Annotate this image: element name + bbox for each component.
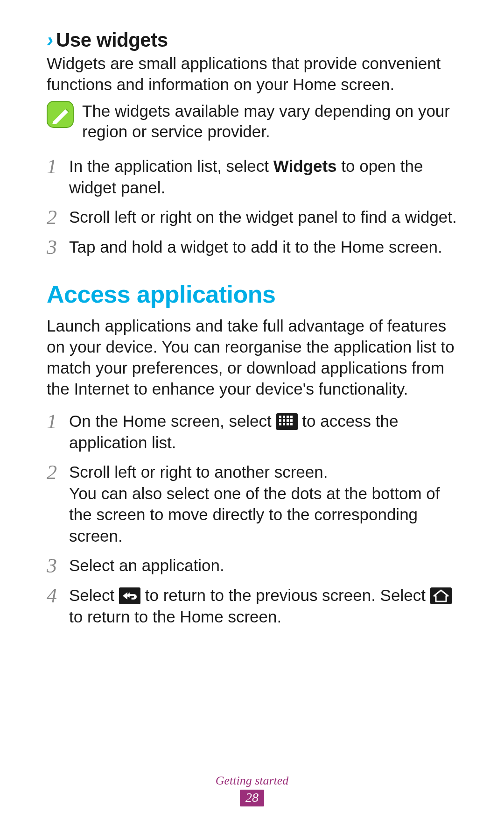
apps-intro-text: Launch applications and take full advant… [47, 316, 457, 399]
note-icon [47, 101, 74, 128]
apps-grid-icon [276, 413, 298, 430]
step-text: On the Home screen, select to access the… [69, 410, 457, 453]
widgets-intro-text: Widgets are small applications that prov… [47, 53, 457, 95]
step-item: 4 Select to return to the previous scree… [47, 585, 457, 627]
step-number: 3 [47, 555, 69, 576]
note-text: The widgets available may vary depending… [82, 101, 457, 143]
svg-rect-2 [279, 416, 281, 418]
step-text: Scroll left or right to another screen. … [69, 461, 457, 546]
step-number: 1 [47, 410, 69, 432]
step-item: 1 In the application list, select Widget… [47, 156, 457, 198]
text-segment: In the application list, select [69, 157, 273, 175]
svg-rect-11 [283, 423, 285, 425]
svg-rect-7 [283, 419, 285, 422]
text-segment: Select [69, 586, 119, 604]
section-title: Access applications [47, 280, 457, 308]
page-number: 28 [240, 790, 264, 806]
text-segment: to return to the previous screen. Select [140, 586, 430, 604]
step-item: 3 Select an application. [47, 555, 457, 576]
step-item: 2 Scroll left or right on the widget pan… [47, 206, 457, 228]
step-item: 2 Scroll left or right to another screen… [47, 461, 457, 546]
svg-rect-9 [290, 419, 293, 422]
steps-use-widgets: 1 In the application list, select Widget… [47, 156, 457, 258]
text-segment: to return to the Home screen. [69, 608, 281, 626]
steps-access-applications: 1 On the Home screen, select to access t… [47, 410, 457, 627]
svg-rect-12 [287, 423, 289, 425]
subsection-heading: › Use widgets [47, 29, 457, 51]
step-number: 2 [47, 461, 69, 483]
svg-rect-8 [287, 419, 289, 422]
step-item: 3 Tap and hold a widget to add it to the… [47, 236, 457, 258]
svg-rect-3 [283, 416, 285, 418]
text-line: You can also select one of the dots at t… [69, 484, 440, 545]
manual-page: › Use widgets Widgets are small applicat… [0, 0, 504, 827]
step-number: 4 [47, 585, 69, 606]
step-number: 3 [47, 236, 69, 258]
footer-section-label: Getting started [0, 774, 504, 788]
step-text: Scroll left or right on the widget panel… [69, 206, 457, 228]
step-item: 1 On the Home screen, select to access t… [47, 410, 457, 453]
step-number: 2 [47, 206, 69, 228]
svg-rect-5 [290, 416, 293, 418]
step-text: Select an application. [69, 555, 457, 576]
note-row: The widgets available may vary depending… [47, 101, 457, 143]
svg-rect-4 [287, 416, 289, 418]
subsection-title: Use widgets [56, 29, 168, 51]
svg-rect-6 [279, 419, 281, 422]
text-bold: Widgets [273, 157, 337, 175]
step-text: Tap and hold a widget to add it to the H… [69, 236, 457, 258]
step-text: In the application list, select Widgets … [69, 156, 457, 198]
home-icon [430, 587, 452, 604]
text-segment: On the Home screen, select [69, 412, 276, 430]
svg-rect-13 [290, 423, 293, 425]
text-line: Scroll left or right to another screen. [69, 463, 328, 481]
svg-rect-10 [279, 423, 281, 425]
step-number: 1 [47, 156, 69, 177]
step-text: Select to return to the previous screen.… [69, 585, 457, 627]
chevron-icon: › [47, 29, 53, 51]
back-icon [119, 587, 140, 604]
page-footer: Getting started 28 [0, 774, 504, 806]
